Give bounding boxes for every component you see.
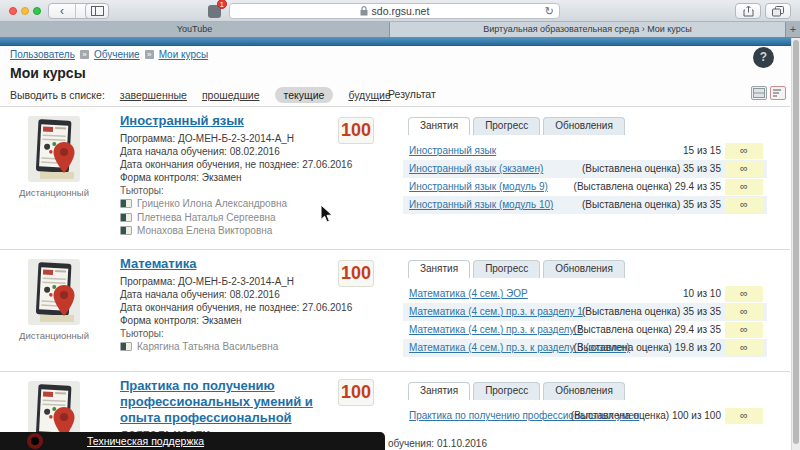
extension-icon[interactable]: 1 bbox=[204, 3, 224, 19]
tab-progress[interactable]: Прогресс bbox=[473, 260, 540, 278]
tutor-row: Карягина Татьяна Васильевна bbox=[120, 340, 342, 354]
support-link[interactable]: Техническая поддержка bbox=[87, 435, 204, 447]
detail-label: Форма контроля: bbox=[120, 172, 199, 183]
course-mode: Дистанционный bbox=[6, 330, 102, 341]
course-score: 100 bbox=[338, 260, 374, 287]
minimize-window-button[interactable] bbox=[21, 7, 29, 15]
detail-label: Программа: bbox=[120, 276, 175, 287]
share-glyph bbox=[743, 5, 754, 17]
lesson-row: Практика по получению профессиональных у… bbox=[403, 407, 767, 425]
lesson-result: 15 из 15 bbox=[683, 142, 721, 160]
tutors-label: Тьюторы: bbox=[120, 327, 342, 340]
tab-zanyatiya[interactable]: Занятия bbox=[408, 117, 470, 135]
scrollbar-thumb[interactable] bbox=[793, 40, 799, 444]
site-header-bar bbox=[0, 38, 800, 46]
course-thumbnail bbox=[28, 116, 80, 182]
course-title-link[interactable]: Иностранный язык bbox=[120, 113, 342, 129]
filter-current[interactable]: текущие bbox=[275, 87, 334, 103]
lesson-link[interactable]: Математика (4 сем.) пр.з. к разделу 1 bbox=[409, 306, 583, 317]
back-icon[interactable]: ‹ bbox=[49, 4, 75, 18]
filter-past[interactable]: прошедшие bbox=[202, 89, 260, 101]
address-bar[interactable]: sdo.rgsu.net ↻ bbox=[229, 3, 560, 19]
infinity-cell[interactable]: ∞ bbox=[725, 143, 763, 159]
tab-obnovleniya[interactable]: Обновления bbox=[543, 117, 625, 135]
lesson-link[interactable]: Иностранный язык bbox=[409, 145, 496, 156]
detail-label: Форма контроля: bbox=[120, 315, 199, 326]
breadcrumb-education[interactable]: Обучение bbox=[94, 49, 140, 60]
detail-value: 08.02.2016 bbox=[230, 146, 280, 157]
mouse-cursor bbox=[320, 204, 333, 223]
detail-label: Дата начала обучения: bbox=[120, 289, 227, 300]
course-score: 100 bbox=[338, 117, 374, 144]
detail-label: Дата начала обучения: bbox=[120, 146, 227, 157]
tab-overview-glyph bbox=[772, 6, 784, 17]
lesson-row: Иностранный язык (экзамен)(Выставлена оц… bbox=[403, 160, 767, 178]
infinity-cell[interactable]: ∞ bbox=[725, 340, 763, 356]
close-window-button[interactable] bbox=[9, 7, 17, 15]
infinity-cell[interactable]: ∞ bbox=[725, 408, 763, 424]
browser-tabbar: YouTube Виртуальная образовательная сред… bbox=[0, 22, 800, 38]
result-column-label: Результат bbox=[388, 88, 436, 100]
detail-value: Экзамен bbox=[202, 315, 242, 326]
lesson-link[interactable]: Иностранный язык (экзамен) bbox=[409, 163, 543, 174]
detail-value: 08.02.2016 bbox=[230, 289, 280, 300]
tutor-name: Монахова Елена Викторовна bbox=[137, 224, 272, 238]
url-text: sdo.rgsu.net bbox=[372, 5, 430, 17]
tab-progress[interactable]: Прогресс bbox=[473, 117, 540, 135]
page-scrollbar[interactable] bbox=[791, 38, 800, 450]
course-title-link[interactable]: Математика bbox=[120, 256, 342, 272]
infinity-cell[interactable]: ∞ bbox=[725, 197, 763, 213]
sidebar-icon[interactable] bbox=[85, 3, 109, 19]
breadcrumb: Пользователь » Обучение » Мои курсы bbox=[10, 49, 208, 60]
screen: ‹ › 1 sdo.rgsu.net ↻ bbox=[0, 0, 800, 450]
tab-zanyatiya[interactable]: Занятия bbox=[408, 260, 470, 278]
detail-value: Экзамен bbox=[202, 172, 242, 183]
page-title: Мои курсы bbox=[10, 65, 86, 81]
filter-future[interactable]: будущие bbox=[348, 89, 390, 101]
filter-completed[interactable]: завершенные bbox=[120, 89, 187, 101]
browser-toolbar: ‹ › 1 sdo.rgsu.net ↻ bbox=[0, 0, 800, 22]
lesson-link[interactable]: Математика (4 сем.) ЭОР bbox=[409, 288, 528, 299]
tablet-map-pin-image bbox=[28, 116, 80, 182]
tab-obnovleniya[interactable]: Обновления bbox=[543, 260, 625, 278]
detail-view-icon[interactable] bbox=[770, 86, 786, 100]
lesson-row: Иностранный язык (модуль 9)(Выставлена о… bbox=[403, 178, 767, 196]
extension-badge: 1 bbox=[217, 0, 227, 9]
tutor-card-icon bbox=[120, 342, 132, 351]
tutor-card-icon bbox=[120, 213, 132, 222]
lesson-link[interactable]: Иностранный язык (модуль 10) bbox=[409, 199, 553, 210]
tutor-name: Гриценко Илона Александровна bbox=[137, 197, 287, 211]
filter-label: Выводить в списке: bbox=[10, 89, 105, 101]
refresh-icon[interactable]: ↻ bbox=[545, 4, 554, 18]
lesson-result: (Выставлена оценка) 35 из 35 bbox=[582, 303, 721, 321]
support-overlay[interactable]: Техническая поддержка bbox=[0, 432, 385, 450]
tab-obnovleniya[interactable]: Обновления bbox=[543, 382, 625, 400]
breadcrumb-user[interactable]: Пользователь bbox=[10, 49, 75, 60]
lesson-link[interactable]: Математика (4 сем.) пр.з. к разделу 2 bbox=[409, 324, 583, 335]
infinity-cell[interactable]: ∞ bbox=[725, 161, 763, 177]
list-view-icon[interactable] bbox=[751, 86, 767, 100]
new-tab-button[interactable]: + bbox=[786, 22, 800, 37]
tab-active-sdo[interactable]: Виртуальная образовательная среда › Мои … bbox=[390, 22, 786, 37]
share-icon[interactable] bbox=[735, 3, 761, 19]
course-lessons-panel: Занятия Прогресс Обновления Математика (… bbox=[403, 260, 767, 357]
infinity-cell[interactable]: ∞ bbox=[725, 286, 763, 302]
lesson-link[interactable]: Иностранный язык (модуль 9) bbox=[409, 181, 548, 192]
lesson-tabs: Занятия Прогресс Обновления bbox=[403, 260, 767, 278]
help-icon[interactable]: ? bbox=[753, 47, 774, 68]
course-card-inostranny-yazyk: Дистанционный Иностранный язык Программа… bbox=[0, 106, 790, 249]
maximize-window-button[interactable] bbox=[33, 7, 41, 15]
breadcrumb-separator-icon: » bbox=[80, 50, 89, 59]
infinity-cell[interactable]: ∞ bbox=[725, 179, 763, 195]
breadcrumb-my-courses[interactable]: Мои курсы bbox=[159, 49, 209, 60]
lesson-result: (Выставлена оценка) 35 из 35 bbox=[582, 196, 721, 214]
tab-overview-icon[interactable] bbox=[765, 3, 791, 19]
course-thumbnail bbox=[28, 259, 80, 325]
infinity-cell[interactable]: ∞ bbox=[725, 304, 763, 320]
lesson-row: Математика (4 сем.) пр.з. к разделу 2(Вы… bbox=[403, 321, 767, 339]
tab-zanyatiya[interactable]: Занятия bbox=[408, 382, 470, 400]
infinity-cell[interactable]: ∞ bbox=[725, 322, 763, 338]
lesson-row: Математика (4 сем.) ЭОР10 из 10∞ bbox=[403, 285, 767, 303]
tab-progress[interactable]: Прогресс bbox=[473, 382, 540, 400]
tab-youtube[interactable]: YouTube bbox=[0, 22, 390, 37]
